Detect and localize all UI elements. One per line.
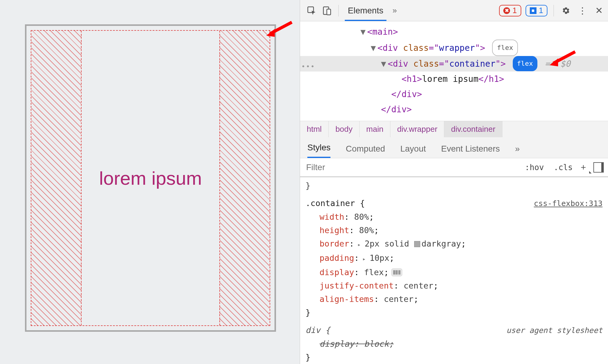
devtools-toolbar: Elements » ✖ 1 ■ 1 ⋮ ✕	[300, 0, 608, 21]
dom-node-close[interactable]: </div>	[300, 87, 608, 102]
message-icon: ■	[530, 7, 536, 14]
dom-node-main[interactable]: ▼<<main>main>	[300, 24, 608, 40]
flex-gap-left	[31, 31, 82, 325]
message-count-pill[interactable]: ■ 1	[526, 5, 547, 16]
rule-brace: }	[306, 306, 603, 319]
breadcrumb: html body main div.wrapper div.container	[300, 121, 608, 137]
color-swatch-icon[interactable]	[414, 241, 420, 247]
styles-filter-input[interactable]	[300, 158, 520, 177]
new-rule-icon[interactable]: +	[578, 161, 591, 174]
more-tabs-icon[interactable]: »	[391, 6, 399, 15]
page-preview: lorem ipsum	[0, 0, 300, 364]
styles-filter-row: :hov .cls +	[300, 158, 608, 177]
rule-source-link[interactable]: css-flexbox:313	[534, 197, 603, 210]
tab-styles[interactable]: Styles	[307, 143, 330, 158]
toolbar-separator	[338, 5, 339, 16]
rule-stub: }	[306, 179, 603, 192]
hov-toggle[interactable]: :hov	[520, 163, 549, 172]
svg-rect-2	[327, 9, 331, 15]
css-decl[interactable]: width: 80%;	[306, 210, 603, 224]
toggle-sidebar-icon[interactable]	[593, 162, 604, 173]
tab-computed[interactable]: Computed	[346, 144, 385, 158]
dom-tree[interactable]: ••• ▼<<main>main> ▼<div class="wrapper">…	[300, 21, 608, 121]
styles-rules[interactable]: } .container { css-flexbox:313 width: 80…	[300, 177, 608, 364]
crumb-body[interactable]: body	[329, 121, 359, 137]
error-count-pill[interactable]: ✖ 1	[499, 5, 521, 16]
rule-header-ua[interactable]: div { user agent stylesheet	[306, 319, 603, 337]
css-decl[interactable]: align-items: center;	[306, 292, 603, 306]
heading-text: lorem ipsum	[99, 167, 202, 189]
css-decl[interactable]: height: 80%;	[306, 224, 603, 237]
crumb-container[interactable]: div.container	[444, 121, 502, 137]
more-subtabs-icon[interactable]: »	[515, 144, 520, 158]
rule-brace: }	[306, 351, 603, 364]
error-count: 1	[512, 6, 517, 15]
dom-node-wrapper[interactable]: ▼<div class="wrapper"> flex	[300, 40, 608, 56]
styles-tabbar: Styles Computed Layout Event Listeners »	[300, 137, 608, 158]
css-decl[interactable]: border: ▸ 2px solid darkgray;	[306, 237, 603, 251]
device-toggle-icon[interactable]	[321, 5, 332, 16]
toolbar-separator	[554, 5, 554, 16]
css-decl[interactable]: display: flex;	[306, 266, 603, 279]
flex-gap-right	[219, 31, 270, 325]
message-count: 1	[539, 6, 543, 15]
cls-toggle[interactable]: .cls	[549, 163, 578, 172]
selected-marker: == $0	[537, 59, 571, 69]
flex-badge[interactable]: flex	[492, 40, 518, 56]
flex-item: lorem ipsum	[82, 31, 219, 325]
container-outline: lorem ipsum	[25, 24, 276, 332]
dom-node-h1[interactable]: <h1>lorem ipsum</h1>	[300, 72, 608, 87]
tab-event-listeners[interactable]: Event Listeners	[441, 144, 500, 158]
rule-source-ua: user agent stylesheet	[506, 324, 603, 337]
dom-node-close[interactable]: </div>	[300, 102, 608, 117]
drag-handle-icon[interactable]: •••	[301, 59, 310, 74]
settings-icon[interactable]	[560, 5, 572, 17]
css-decl-overridden[interactable]: display: block;	[306, 337, 603, 351]
css-decl[interactable]: justify-content: center;	[306, 279, 603, 292]
devtools-panel: Elements » ✖ 1 ■ 1 ⋮ ✕ ••• ▼<<main>main>	[300, 0, 608, 364]
crumb-html[interactable]: html	[300, 121, 329, 137]
css-decl[interactable]: padding: ▸ 10px;	[306, 251, 603, 266]
tab-elements[interactable]: Elements	[345, 0, 386, 21]
kebab-menu-icon[interactable]: ⋮	[576, 5, 589, 17]
crumb-wrapper[interactable]: div.wrapper	[390, 121, 444, 137]
inspect-icon[interactable]	[306, 5, 317, 16]
flex-badge-active[interactable]: flex	[513, 56, 537, 71]
tab-layout[interactable]: Layout	[400, 144, 426, 158]
rule-header-container[interactable]: .container { css-flexbox:313	[306, 192, 603, 210]
error-icon: ✖	[503, 7, 510, 14]
dom-node-container[interactable]: ▼<div class="container"> flex == $0	[300, 56, 608, 72]
flex-overlay: lorem ipsum	[31, 30, 270, 326]
close-icon[interactable]: ✕	[593, 5, 605, 17]
crumb-main[interactable]: main	[360, 121, 390, 137]
flex-editor-icon[interactable]	[391, 268, 402, 276]
